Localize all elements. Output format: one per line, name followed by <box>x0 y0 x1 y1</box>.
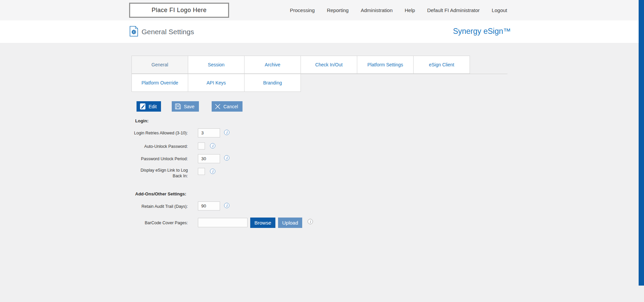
fi-logo-text: Place FI Logo Here <box>152 7 207 14</box>
tab-session[interactable]: Session <box>188 56 245 74</box>
cancel-x-icon <box>215 104 220 109</box>
save-button-label: Save <box>184 104 195 109</box>
vertical-scrollbar[interactable] <box>639 0 644 286</box>
display-esign-link-checkbox[interactable] <box>198 168 205 175</box>
retain-audit-info-icon[interactable]: i <box>224 203 229 208</box>
tab-api-keys[interactable]: API Keys <box>188 74 245 92</box>
retain-audit-label: Retain Audit Trail (Days): <box>131 204 188 209</box>
top-bar: Place FI Logo Here Processing Reporting … <box>0 0 644 20</box>
barcode-info-icon[interactable]: i <box>308 219 313 224</box>
nav-item-user-menu[interactable]: Default FI Administrator <box>427 7 480 13</box>
nav-item-administration[interactable]: Administration <box>361 7 392 13</box>
save-button[interactable]: Save <box>172 101 199 112</box>
brand-name: Synergy eSign™ <box>453 27 511 36</box>
display-esign-link-info-icon[interactable]: i <box>210 169 215 174</box>
auto-unlock-info-icon[interactable]: i <box>210 143 215 148</box>
fi-logo-placeholder: Place FI Logo Here <box>129 3 229 18</box>
display-esign-link-label: Display eSign Link to Log Back In: <box>131 168 188 179</box>
tab-platform-override[interactable]: Platform Override <box>131 74 188 92</box>
main-nav: Processing Reporting Administration Help… <box>290 0 507 20</box>
login-retries-info-icon[interactable]: i <box>224 130 229 135</box>
cancel-button-label: Cancel <box>223 104 238 109</box>
edit-pencil-icon <box>140 103 146 110</box>
upload-button[interactable]: Upload <box>278 218 302 228</box>
tab-branding[interactable]: Branding <box>244 74 301 92</box>
unlock-period-input[interactable] <box>198 154 220 163</box>
edit-button-label: Edit <box>149 104 157 109</box>
tab-check-in-out[interactable]: Check In/Out <box>301 56 357 74</box>
unlock-period-label: Password Unlock Period: <box>131 156 188 162</box>
barcode-file-input[interactable] <box>198 218 248 227</box>
login-retries-input[interactable] <box>198 128 220 137</box>
auto-unlock-checkbox[interactable] <box>198 142 205 149</box>
cancel-button[interactable]: Cancel <box>212 101 243 112</box>
save-floppy-icon <box>175 104 181 109</box>
nav-item-help[interactable]: Help <box>405 7 415 13</box>
nav-item-processing[interactable]: Processing <box>290 7 315 13</box>
page-header: General Settings Synergy eSign™ <box>0 20 644 43</box>
settings-document-icon <box>129 26 138 37</box>
login-retries-label: Login Retries Allowed (3-10): <box>131 130 188 136</box>
nav-item-reporting[interactable]: Reporting <box>327 7 348 13</box>
tab-esign-client[interactable]: eSign Client <box>413 56 470 74</box>
unlock-period-info-icon[interactable]: i <box>224 155 229 161</box>
auto-unlock-label: Auto-Unlock Password: <box>131 144 188 149</box>
page-title: General Settings <box>142 28 194 36</box>
tab-general[interactable]: General <box>131 56 188 74</box>
tab-platform-settings[interactable]: Platform Settings <box>357 56 414 74</box>
nav-item-logout[interactable]: Logout <box>492 7 507 13</box>
barcode-cover-pages-label: BarCode Cover Pages: <box>131 220 188 226</box>
login-section-heading: Login: <box>135 118 149 123</box>
edit-button[interactable]: Edit <box>137 101 161 112</box>
tab-archive[interactable]: Archive <box>244 56 301 74</box>
browse-button[interactable]: Browse <box>250 218 275 228</box>
addons-section-heading: Add-Ons/Other Settings: <box>135 191 186 196</box>
retain-audit-input[interactable] <box>198 201 220 210</box>
